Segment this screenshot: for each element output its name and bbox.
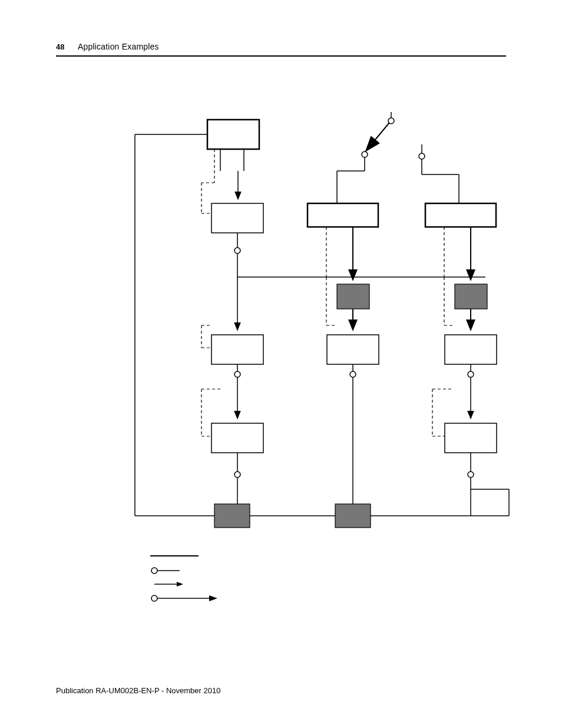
node-circle-icon <box>151 595 157 601</box>
diagram-legend <box>150 551 221 610</box>
block <box>211 335 263 364</box>
block-heavy <box>207 120 259 149</box>
flowchart-diagram <box>132 112 515 536</box>
node-circle-icon <box>468 472 474 477</box>
block <box>445 423 497 453</box>
node-circle-icon <box>234 371 240 377</box>
page-number: 48 <box>56 42 64 51</box>
section-title: Application Examples <box>78 42 159 51</box>
node-circle-icon <box>419 153 425 159</box>
block-grey <box>214 504 250 528</box>
node-circle-icon <box>234 472 240 477</box>
arrow-head-icon <box>177 582 183 587</box>
node-circle-icon <box>468 371 474 377</box>
block <box>445 335 497 364</box>
block-grey <box>335 504 371 528</box>
publication-line: Publication RA-UM002B-EN-P - November 20… <box>56 686 220 695</box>
node-circle-icon <box>362 151 368 157</box>
node-circle-icon <box>350 371 356 377</box>
page: 48 Application Examples <box>0 0 562 728</box>
block-heavy <box>425 203 496 227</box>
arrow-head-icon <box>209 595 217 601</box>
header-rule <box>56 55 506 57</box>
svg-line-3 <box>366 123 389 150</box>
node-circle-icon <box>151 568 157 574</box>
block <box>211 203 263 233</box>
node-circle-icon <box>234 248 240 253</box>
block-grey <box>455 284 487 309</box>
page-header: 48 Application Examples <box>56 41 506 52</box>
block-grey <box>337 284 369 309</box>
block <box>327 335 379 364</box>
block <box>211 423 263 453</box>
block-heavy <box>308 203 378 227</box>
